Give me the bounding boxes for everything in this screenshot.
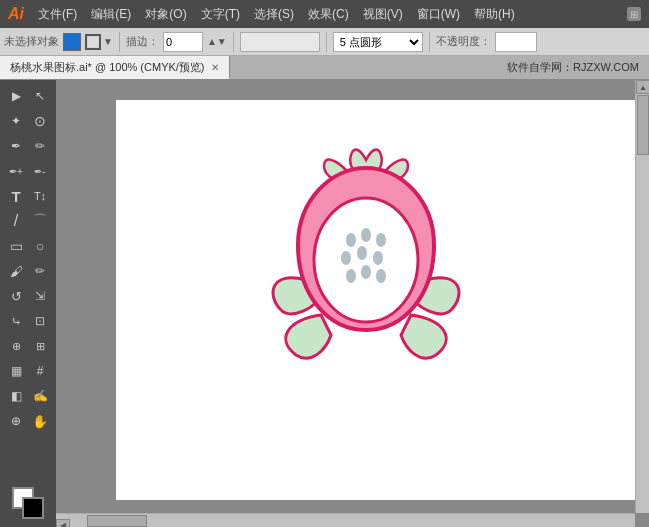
svg-point-8	[361, 265, 371, 279]
zoom-tool[interactable]: ⊕	[5, 409, 28, 433]
style-selector[interactable]	[240, 32, 320, 52]
menu-object[interactable]: 对象(O)	[139, 4, 192, 25]
dragon-fruit-artwork	[266, 140, 466, 383]
artboard	[116, 100, 636, 500]
svg-point-2	[361, 228, 371, 242]
separator-4	[429, 32, 430, 52]
add-anchor-tool[interactable]: ✒+	[5, 159, 28, 183]
blend-tool[interactable]: ⊞	[29, 334, 52, 358]
panel-toggle-icon[interactable]: ⊞	[627, 7, 641, 21]
fill-color-indicator[interactable]	[63, 33, 81, 51]
text-tools-row: T T↕	[5, 184, 52, 208]
pencil-tool[interactable]: ✏	[29, 134, 52, 158]
arc-tool[interactable]: ⌒	[29, 209, 52, 233]
dragon-fruit-svg	[266, 140, 466, 380]
mesh-tool[interactable]: #	[29, 359, 52, 383]
tab-close-button[interactable]: ✕	[211, 62, 219, 73]
menu-edit[interactable]: 编辑(E)	[85, 4, 137, 25]
line-tool[interactable]: /	[5, 209, 28, 233]
svg-point-4	[341, 251, 351, 265]
left-toolbar: ▶ ↖ ✦ ⊙ ✒ ✏ ✒+ ✒- T T↕ / ⌒ ▭ ○	[0, 80, 56, 527]
hand-tool[interactable]: ✋	[29, 409, 52, 433]
opacity-input[interactable]: 100%	[495, 32, 537, 52]
anchor-tools-row: ✒+ ✒-	[5, 159, 52, 183]
eyedropper-tool[interactable]: ✍	[29, 384, 52, 408]
shape-tools-row: ▭ ○	[5, 234, 52, 258]
menu-bar: 文件(F) 编辑(E) 对象(O) 文字(T) 选择(S) 效果(C) 视图(V…	[32, 4, 521, 25]
toolbar: 未选择对象 ▼ 描边： ▲▼ 5 点圆形 不透明度： 100%	[0, 28, 649, 56]
svg-point-0	[314, 198, 418, 322]
text-tool[interactable]: T	[5, 184, 28, 208]
free-transform-tool[interactable]: ⊡	[29, 309, 52, 333]
symbol-tools-row: ⊕ ⊞	[5, 334, 52, 358]
direct-selection-tool[interactable]: ↖	[29, 84, 52, 108]
menu-file[interactable]: 文件(F)	[32, 4, 83, 25]
rotate-tools-row: ↺ ⇲	[5, 284, 52, 308]
delete-anchor-tool[interactable]: ✒-	[29, 159, 52, 183]
vertical-scroll-thumb[interactable]	[637, 95, 649, 155]
gradient-tools-row: ◧ ✍	[5, 384, 52, 408]
svg-point-6	[373, 251, 383, 265]
main-area: ▶ ↖ ✦ ⊙ ✒ ✏ ✒+ ✒- T T↕ / ⌒ ▭ ○	[0, 80, 649, 527]
lasso-tool[interactable]: ⊙	[29, 109, 52, 133]
vertical-text-tool[interactable]: T↕	[29, 184, 52, 208]
ai-logo: Ai	[8, 5, 24, 23]
menu-help[interactable]: 帮助(H)	[468, 4, 521, 25]
selection-tool[interactable]: ▶	[5, 84, 28, 108]
opacity-label: 不透明度：	[436, 34, 491, 49]
background-color[interactable]	[22, 497, 44, 519]
magic-wand-tool[interactable]: ✦	[5, 109, 28, 133]
svg-point-1	[346, 233, 356, 247]
pen-tools-row: ✒ ✏	[5, 134, 52, 158]
title-bar: Ai 文件(F) 编辑(E) 对象(O) 文字(T) 选择(S) 效果(C) 视…	[0, 0, 649, 28]
window-controls: ⊞	[627, 7, 641, 21]
tab-bar: 杨桃水果图标.ai* @ 100% (CMYK/预览) ✕ 软件自学网：RJZX…	[0, 56, 649, 80]
brush-select[interactable]: 5 点圆形	[333, 32, 423, 52]
column-graph-tool[interactable]: ▦	[5, 359, 28, 383]
rectangle-tool[interactable]: ▭	[5, 234, 28, 258]
svg-point-7	[346, 269, 356, 283]
vertical-scrollbar[interactable]: ▲	[635, 80, 649, 513]
svg-point-5	[357, 246, 367, 260]
menu-effect[interactable]: 效果(C)	[302, 4, 355, 25]
line-tools-row: / ⌒	[5, 209, 52, 233]
zoom-tools-row: ⊕ ✋	[5, 409, 52, 433]
horizontal-scroll-thumb[interactable]	[87, 515, 147, 527]
separator-2	[233, 32, 234, 52]
warp-tools-row: ⤷ ⊡	[5, 309, 52, 333]
selection-tools-row: ▶ ↖	[5, 84, 52, 108]
menu-window[interactable]: 窗口(W)	[411, 4, 466, 25]
menu-select[interactable]: 选择(S)	[248, 4, 300, 25]
stroke-icon: ▼	[103, 36, 113, 47]
scroll-left-button[interactable]: ◀	[56, 519, 70, 528]
symbol-tool[interactable]: ⊕	[5, 334, 28, 358]
menu-view[interactable]: 视图(V)	[357, 4, 409, 25]
pen-tool[interactable]: ✒	[5, 134, 28, 158]
paintbrush-tool[interactable]: 🖌	[5, 259, 28, 283]
magic-lasso-row: ✦ ⊙	[5, 109, 52, 133]
no-select-label: 未选择对象	[4, 34, 59, 49]
warp-tool[interactable]: ⤷	[5, 309, 28, 333]
menu-text[interactable]: 文字(T)	[195, 4, 246, 25]
color-boxes	[12, 487, 44, 519]
tab-site-info: 软件自学网：RJZXW.COM	[497, 56, 649, 79]
tab-document[interactable]: 杨桃水果图标.ai* @ 100% (CMYK/预览) ✕	[0, 56, 230, 79]
stroke-label: 描边：	[126, 34, 159, 49]
blob-brush-tool[interactable]: ✏	[29, 259, 52, 283]
separator-3	[326, 32, 327, 52]
gradient-tool[interactable]: ◧	[5, 384, 28, 408]
separator-1	[119, 32, 120, 52]
scroll-up-button[interactable]: ▲	[636, 80, 649, 94]
rotate-tool[interactable]: ↺	[5, 284, 28, 308]
tab-label: 杨桃水果图标.ai* @ 100% (CMYK/预览)	[10, 60, 205, 75]
stroke-arrow[interactable]: ▲▼	[207, 36, 227, 47]
canvas-area[interactable]: ▲ ◀	[56, 80, 649, 527]
ellipse-tool[interactable]: ○	[29, 234, 52, 258]
horizontal-scrollbar[interactable]: ◀	[56, 513, 635, 527]
graph-tools-row: ▦ #	[5, 359, 52, 383]
stroke-value-input[interactable]	[163, 32, 203, 52]
svg-point-3	[376, 233, 386, 247]
brush-tools-row: 🖌 ✏	[5, 259, 52, 283]
scale-tool[interactable]: ⇲	[29, 284, 52, 308]
svg-point-9	[376, 269, 386, 283]
